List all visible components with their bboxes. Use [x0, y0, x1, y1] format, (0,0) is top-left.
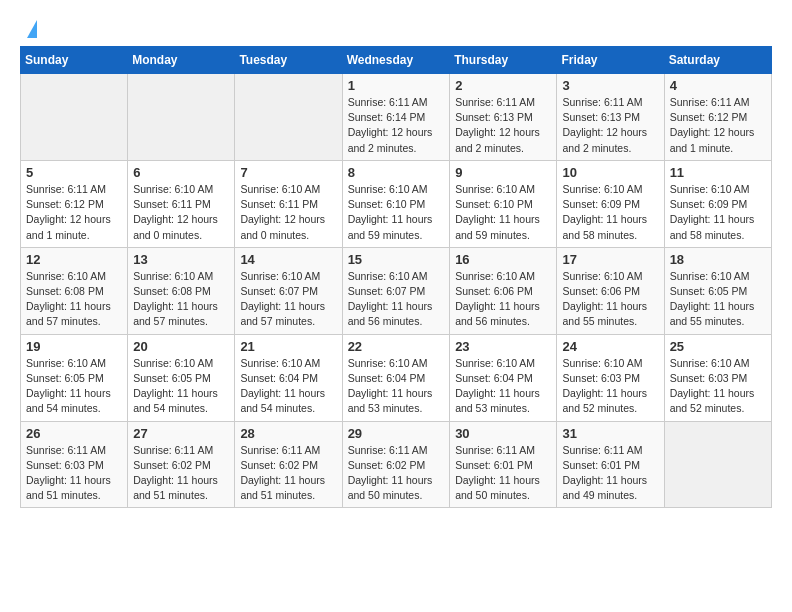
day-info: Sunrise: 6:10 AM Sunset: 6:05 PM Dayligh… — [133, 356, 229, 417]
day-number: 1 — [348, 78, 445, 93]
calendar-cell: 18Sunrise: 6:10 AM Sunset: 6:05 PM Dayli… — [664, 247, 771, 334]
day-number: 24 — [562, 339, 658, 354]
calendar-week-3: 12Sunrise: 6:10 AM Sunset: 6:08 PM Dayli… — [21, 247, 772, 334]
day-info: Sunrise: 6:11 AM Sunset: 6:02 PM Dayligh… — [348, 443, 445, 504]
day-number: 30 — [455, 426, 551, 441]
calendar-cell: 9Sunrise: 6:10 AM Sunset: 6:10 PM Daylig… — [450, 160, 557, 247]
day-number: 5 — [26, 165, 122, 180]
calendar-header-row: SundayMondayTuesdayWednesdayThursdayFrid… — [21, 47, 772, 74]
day-number: 23 — [455, 339, 551, 354]
day-number: 10 — [562, 165, 658, 180]
calendar-cell: 22Sunrise: 6:10 AM Sunset: 6:04 PM Dayli… — [342, 334, 450, 421]
calendar-cell: 31Sunrise: 6:11 AM Sunset: 6:01 PM Dayli… — [557, 421, 664, 508]
header-monday: Monday — [128, 47, 235, 74]
calendar-cell: 12Sunrise: 6:10 AM Sunset: 6:08 PM Dayli… — [21, 247, 128, 334]
day-number: 2 — [455, 78, 551, 93]
calendar-week-5: 26Sunrise: 6:11 AM Sunset: 6:03 PM Dayli… — [21, 421, 772, 508]
calendar-cell: 8Sunrise: 6:10 AM Sunset: 6:10 PM Daylig… — [342, 160, 450, 247]
calendar-cell: 29Sunrise: 6:11 AM Sunset: 6:02 PM Dayli… — [342, 421, 450, 508]
day-info: Sunrise: 6:11 AM Sunset: 6:12 PM Dayligh… — [26, 182, 122, 243]
day-info: Sunrise: 6:10 AM Sunset: 6:04 PM Dayligh… — [240, 356, 336, 417]
calendar-cell: 16Sunrise: 6:10 AM Sunset: 6:06 PM Dayli… — [450, 247, 557, 334]
calendar-cell: 23Sunrise: 6:10 AM Sunset: 6:04 PM Dayli… — [450, 334, 557, 421]
calendar-cell: 24Sunrise: 6:10 AM Sunset: 6:03 PM Dayli… — [557, 334, 664, 421]
calendar-week-1: 1Sunrise: 6:11 AM Sunset: 6:14 PM Daylig… — [21, 74, 772, 161]
day-number: 28 — [240, 426, 336, 441]
day-info: Sunrise: 6:10 AM Sunset: 6:10 PM Dayligh… — [348, 182, 445, 243]
calendar-week-2: 5Sunrise: 6:11 AM Sunset: 6:12 PM Daylig… — [21, 160, 772, 247]
day-info: Sunrise: 6:10 AM Sunset: 6:10 PM Dayligh… — [455, 182, 551, 243]
day-info: Sunrise: 6:10 AM Sunset: 6:07 PM Dayligh… — [348, 269, 445, 330]
day-info: Sunrise: 6:10 AM Sunset: 6:11 PM Dayligh… — [133, 182, 229, 243]
day-number: 8 — [348, 165, 445, 180]
logo — [20, 20, 37, 36]
calendar-cell: 15Sunrise: 6:10 AM Sunset: 6:07 PM Dayli… — [342, 247, 450, 334]
calendar-cell: 27Sunrise: 6:11 AM Sunset: 6:02 PM Dayli… — [128, 421, 235, 508]
day-info: Sunrise: 6:11 AM Sunset: 6:13 PM Dayligh… — [455, 95, 551, 156]
day-info: Sunrise: 6:10 AM Sunset: 6:03 PM Dayligh… — [562, 356, 658, 417]
calendar-cell: 3Sunrise: 6:11 AM Sunset: 6:13 PM Daylig… — [557, 74, 664, 161]
calendar-cell: 26Sunrise: 6:11 AM Sunset: 6:03 PM Dayli… — [21, 421, 128, 508]
calendar-cell: 28Sunrise: 6:11 AM Sunset: 6:02 PM Dayli… — [235, 421, 342, 508]
day-info: Sunrise: 6:10 AM Sunset: 6:04 PM Dayligh… — [455, 356, 551, 417]
day-number: 15 — [348, 252, 445, 267]
day-number: 27 — [133, 426, 229, 441]
day-info: Sunrise: 6:10 AM Sunset: 6:06 PM Dayligh… — [562, 269, 658, 330]
day-number: 29 — [348, 426, 445, 441]
calendar-cell: 4Sunrise: 6:11 AM Sunset: 6:12 PM Daylig… — [664, 74, 771, 161]
calendar-cell: 14Sunrise: 6:10 AM Sunset: 6:07 PM Dayli… — [235, 247, 342, 334]
day-info: Sunrise: 6:10 AM Sunset: 6:11 PM Dayligh… — [240, 182, 336, 243]
day-number: 25 — [670, 339, 766, 354]
day-number: 12 — [26, 252, 122, 267]
day-info: Sunrise: 6:10 AM Sunset: 6:08 PM Dayligh… — [133, 269, 229, 330]
day-number: 16 — [455, 252, 551, 267]
calendar-cell: 30Sunrise: 6:11 AM Sunset: 6:01 PM Dayli… — [450, 421, 557, 508]
day-info: Sunrise: 6:11 AM Sunset: 6:01 PM Dayligh… — [562, 443, 658, 504]
day-info: Sunrise: 6:10 AM Sunset: 6:06 PM Dayligh… — [455, 269, 551, 330]
calendar-table: SundayMondayTuesdayWednesdayThursdayFrid… — [20, 46, 772, 508]
calendar-cell — [21, 74, 128, 161]
day-number: 9 — [455, 165, 551, 180]
calendar-cell: 6Sunrise: 6:10 AM Sunset: 6:11 PM Daylig… — [128, 160, 235, 247]
day-info: Sunrise: 6:11 AM Sunset: 6:02 PM Dayligh… — [133, 443, 229, 504]
calendar-cell — [128, 74, 235, 161]
header-tuesday: Tuesday — [235, 47, 342, 74]
day-number: 20 — [133, 339, 229, 354]
header-friday: Friday — [557, 47, 664, 74]
calendar-cell: 10Sunrise: 6:10 AM Sunset: 6:09 PM Dayli… — [557, 160, 664, 247]
calendar-cell: 1Sunrise: 6:11 AM Sunset: 6:14 PM Daylig… — [342, 74, 450, 161]
header-saturday: Saturday — [664, 47, 771, 74]
calendar-cell: 20Sunrise: 6:10 AM Sunset: 6:05 PM Dayli… — [128, 334, 235, 421]
day-number: 21 — [240, 339, 336, 354]
header-thursday: Thursday — [450, 47, 557, 74]
day-info: Sunrise: 6:11 AM Sunset: 6:13 PM Dayligh… — [562, 95, 658, 156]
calendar-week-4: 19Sunrise: 6:10 AM Sunset: 6:05 PM Dayli… — [21, 334, 772, 421]
calendar-cell: 7Sunrise: 6:10 AM Sunset: 6:11 PM Daylig… — [235, 160, 342, 247]
day-number: 17 — [562, 252, 658, 267]
day-number: 13 — [133, 252, 229, 267]
day-info: Sunrise: 6:11 AM Sunset: 6:03 PM Dayligh… — [26, 443, 122, 504]
calendar-cell: 25Sunrise: 6:10 AM Sunset: 6:03 PM Dayli… — [664, 334, 771, 421]
day-number: 4 — [670, 78, 766, 93]
day-info: Sunrise: 6:11 AM Sunset: 6:01 PM Dayligh… — [455, 443, 551, 504]
day-info: Sunrise: 6:10 AM Sunset: 6:07 PM Dayligh… — [240, 269, 336, 330]
day-info: Sunrise: 6:10 AM Sunset: 6:04 PM Dayligh… — [348, 356, 445, 417]
day-number: 3 — [562, 78, 658, 93]
day-number: 18 — [670, 252, 766, 267]
calendar-cell — [664, 421, 771, 508]
day-number: 31 — [562, 426, 658, 441]
calendar-cell: 17Sunrise: 6:10 AM Sunset: 6:06 PM Dayli… — [557, 247, 664, 334]
day-info: Sunrise: 6:10 AM Sunset: 6:03 PM Dayligh… — [670, 356, 766, 417]
calendar-cell: 13Sunrise: 6:10 AM Sunset: 6:08 PM Dayli… — [128, 247, 235, 334]
calendar-cell: 11Sunrise: 6:10 AM Sunset: 6:09 PM Dayli… — [664, 160, 771, 247]
day-info: Sunrise: 6:11 AM Sunset: 6:14 PM Dayligh… — [348, 95, 445, 156]
calendar-cell: 21Sunrise: 6:10 AM Sunset: 6:04 PM Dayli… — [235, 334, 342, 421]
day-number: 6 — [133, 165, 229, 180]
calendar-cell: 5Sunrise: 6:11 AM Sunset: 6:12 PM Daylig… — [21, 160, 128, 247]
header-wednesday: Wednesday — [342, 47, 450, 74]
header-sunday: Sunday — [21, 47, 128, 74]
day-info: Sunrise: 6:11 AM Sunset: 6:12 PM Dayligh… — [670, 95, 766, 156]
day-number: 19 — [26, 339, 122, 354]
day-number: 22 — [348, 339, 445, 354]
day-number: 11 — [670, 165, 766, 180]
